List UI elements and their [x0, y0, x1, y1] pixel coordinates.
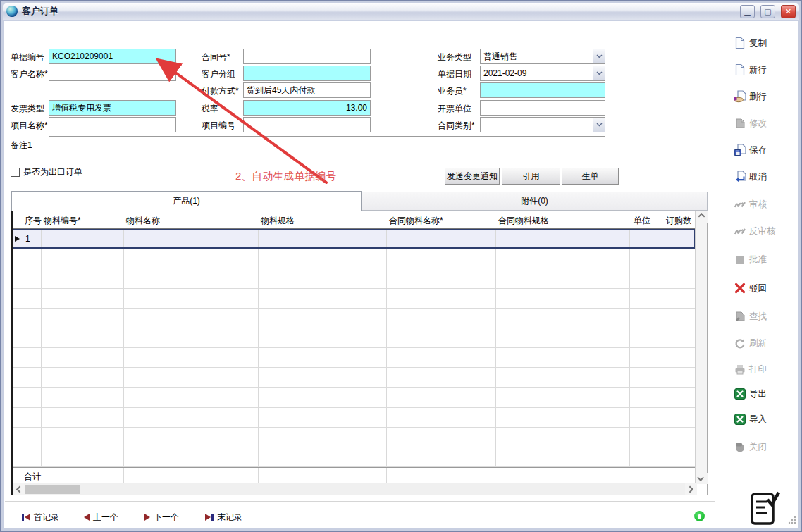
doc-date-select[interactable]: 2021-02-09 — [480, 66, 605, 81]
last-record-button[interactable]: 末记录 — [205, 509, 242, 525]
table-row[interactable] — [13, 249, 695, 268]
table-row[interactable] — [13, 348, 695, 368]
tax-rate-field[interactable] — [243, 100, 371, 116]
find-button[interactable]: 查找 — [734, 308, 801, 325]
reject-x-icon — [734, 282, 746, 295]
cancel-undo-icon — [734, 171, 746, 183]
table-row-selected[interactable]: 1 — [13, 229, 695, 249]
scrollbar-left-icon[interactable] — [13, 483, 25, 495]
notepad-icon — [748, 488, 780, 531]
first-record-icon — [22, 514, 30, 521]
save-disk-icon — [734, 144, 746, 156]
close-form-button[interactable]: 关闭 — [734, 438, 801, 455]
chevron-down-icon[interactable] — [593, 118, 605, 132]
print-button[interactable]: 打印 — [734, 361, 801, 378]
customer-group-label: 客户分组 — [202, 68, 235, 80]
resize-grip[interactable] — [788, 514, 796, 527]
table-row[interactable] — [13, 268, 695, 288]
scrollbar-right-icon[interactable] — [685, 483, 697, 495]
export-order-checkbox[interactable] — [11, 168, 20, 177]
approve-icon — [734, 253, 746, 266]
col-order-qty: 订购数 — [666, 215, 691, 227]
customer-group-field[interactable] — [243, 66, 371, 81]
contract-category-select[interactable] — [480, 117, 605, 132]
doc-no-field[interactable] — [49, 49, 176, 64]
invoicing-unit-label: 开票单位 — [438, 103, 471, 115]
horizontal-scrollbar[interactable] — [13, 483, 697, 495]
find-icon — [734, 310, 746, 323]
maximize-button[interactable]: ▢ — [760, 5, 775, 18]
table-row[interactable] — [13, 328, 695, 348]
chevron-down-icon[interactable] — [593, 49, 605, 63]
reject-button[interactable]: 驳回 — [734, 280, 801, 297]
table-row[interactable] — [13, 368, 695, 388]
table-row[interactable] — [13, 447, 695, 467]
export-order-label: 是否为出口订单 — [23, 166, 82, 178]
doc-date-value: 2021-02-09 — [481, 68, 593, 78]
customer-name-field[interactable] — [49, 66, 176, 81]
invoicing-unit-field[interactable] — [480, 100, 605, 116]
doc-date-label: 单据日期 — [438, 68, 471, 80]
minimize-button[interactable]: ▁ — [740, 5, 755, 18]
import-button[interactable]: 导入 — [734, 411, 801, 428]
client-area: 单据编号 客户名称* 发票类型 项目名称* 备注1 合同号* 客户分组 付款方式… — [4, 21, 798, 528]
save-button[interactable]: 保存 — [734, 142, 801, 159]
table-row[interactable] — [13, 428, 695, 447]
invoice-type-field[interactable] — [49, 100, 176, 116]
payment-method-field[interactable] — [243, 82, 371, 98]
business-type-label: 业务类型 — [438, 51, 471, 63]
unaudit-button[interactable]: 反审核 — [734, 223, 801, 240]
tab-products[interactable]: 产品(1) — [11, 191, 362, 211]
total-label: 合计 — [24, 471, 41, 483]
close-button[interactable]: ✕ — [781, 5, 796, 18]
prev-record-button[interactable]: 上一个 — [84, 509, 118, 525]
project-no-field[interactable] — [243, 117, 371, 132]
cancel-button[interactable]: 取消 — [734, 168, 801, 185]
chevron-down-icon[interactable] — [593, 66, 605, 80]
new-row-doc-icon — [734, 63, 746, 76]
modify-button[interactable]: 修改 — [734, 115, 801, 132]
contract-no-field[interactable] — [243, 49, 371, 64]
new-row-button[interactable]: 新行 — [734, 61, 801, 78]
table-body: 1 — [13, 229, 695, 467]
generate-order-button[interactable]: 生单 — [562, 168, 619, 185]
window-title: 客户订单 — [22, 5, 734, 18]
last-record-icon — [205, 514, 214, 521]
next-record-button[interactable]: 下一个 — [144, 509, 179, 525]
export-button[interactable]: 导出 — [734, 385, 801, 402]
next-record-icon — [144, 514, 150, 521]
audit-button[interactable]: 审核 — [734, 196, 801, 213]
current-row-marker-icon — [15, 236, 23, 242]
product-table: 序号 物料编号* 物料名称 物料规格 合同物料名称* 合同物料规格 单位 订购数… — [11, 211, 708, 495]
scrollbar-down-icon[interactable] — [696, 473, 708, 484]
toolbar-divider — [717, 24, 717, 501]
project-no-label: 项目编号 — [202, 120, 235, 132]
col-contract-mat-spec: 合同物料规格 — [498, 215, 549, 227]
remark1-label: 备注1 — [11, 140, 32, 151]
vertical-scrollbar[interactable] — [695, 211, 707, 484]
send-change-notice-button[interactable]: 发送变更通知 — [445, 168, 500, 185]
delete-row-hand-icon — [734, 90, 746, 103]
table-row[interactable] — [13, 408, 695, 428]
refresh-icon — [734, 337, 746, 349]
business-type-select[interactable]: 普通销售 — [480, 49, 605, 64]
first-record-button[interactable]: 首记录 — [22, 509, 59, 525]
table-header: 序号 物料编号* 物料名称 物料规格 合同物料名称* 合同物料规格 单位 订购数 — [13, 211, 695, 229]
bottom-divider — [5, 501, 715, 502]
modify-icon — [734, 117, 746, 130]
table-row[interactable] — [13, 388, 695, 407]
h-scrollbar-thumb[interactable] — [25, 485, 80, 494]
salesperson-field[interactable] — [480, 82, 605, 98]
reference-button[interactable]: 引用 — [502, 168, 560, 185]
refresh-button[interactable]: 刷新 — [734, 335, 801, 352]
approve-button[interactable]: 批准 — [734, 251, 801, 268]
table-row[interactable] — [13, 309, 695, 328]
remark1-field[interactable] — [49, 136, 605, 151]
copy-button[interactable]: 复制 — [734, 35, 801, 51]
tab-attachments[interactable]: 附件(0) — [362, 192, 708, 211]
app-globe-icon — [6, 6, 18, 17]
project-name-field[interactable] — [49, 117, 176, 132]
scrollbar-up-icon[interactable] — [696, 211, 708, 223]
delete-row-button[interactable]: 删行 — [734, 88, 801, 105]
table-row[interactable] — [13, 289, 695, 309]
